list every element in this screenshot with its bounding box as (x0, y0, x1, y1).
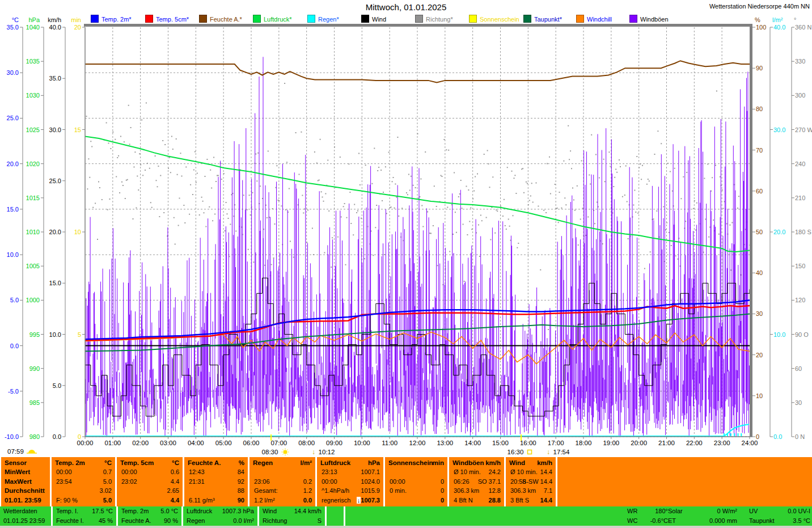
axis-label: 15.0 (7, 206, 19, 213)
axis-label: 30.0 (49, 126, 61, 133)
axis-label: 1040 (26, 24, 40, 31)
cell-time: 23:13 (322, 467, 337, 476)
table-cell-row: 00:000.6 (117, 467, 183, 476)
column-title: Regen (253, 458, 273, 467)
table-column-regen: Regenl/m²23:060.2Gesamt:1.21.2 l/m²0.0 (249, 457, 315, 506)
table-cell-row: 4.4 (117, 496, 183, 505)
table-cell-row: 23:024.4 (117, 477, 183, 486)
axis-label: 40.0 (773, 24, 785, 31)
cell-time: regnerisch (322, 496, 350, 505)
axis-label: 15 (74, 126, 81, 133)
table-column-header: Regenl/m² (249, 458, 315, 467)
axis-label: -5.0 (8, 388, 19, 395)
cell-time: ^1.4hPa/h (322, 486, 349, 495)
axis-label: 990 (29, 365, 40, 372)
sun-rise-icon (28, 450, 35, 453)
sun-icon-ray (282, 454, 283, 454)
axis-label: 10 (756, 392, 763, 399)
axis-unit-header: °C (12, 16, 19, 23)
axis-label: 330 (795, 58, 805, 65)
footer-value: 1007.3 hPa (222, 506, 254, 516)
x-axis-label: 10:00 (354, 440, 370, 446)
column-unit: km/h (485, 458, 501, 467)
table-cell-row: Ø 10 min.24.2 (449, 467, 504, 476)
footer-value: 0.0 UV-I (788, 506, 810, 516)
cell-time: 23:54 (56, 477, 72, 486)
arrow-down-icon: ↓ (312, 448, 315, 456)
footer-label: Solar (668, 506, 683, 516)
table-cell-row: regnerisch↓1007.3 (317, 496, 383, 505)
time-annotation: 08:30 (262, 449, 278, 455)
axis-label: 60 (795, 365, 802, 372)
column-title: Temp. 2m (55, 458, 85, 467)
sunrise-time: 07:59 (7, 448, 24, 455)
cell-value: 7.1 (544, 486, 552, 495)
footer-row: Wind14.4 km/h (259, 506, 325, 516)
x-axis-label: 06:00 (243, 440, 260, 446)
footer-row: Temp. I.17.5 °C (53, 506, 116, 516)
footer-value: -0.6°C (650, 516, 668, 526)
cell-value: 0 (441, 477, 444, 486)
footer-label: Wind (263, 506, 277, 516)
table-column-header: Windkm/h (506, 458, 556, 467)
cell-value: 0.0 (303, 496, 312, 505)
axis-label: 10.0 (49, 331, 61, 338)
x-axis-label: 02:00 (132, 440, 149, 446)
footer-value: S (318, 516, 322, 526)
axis-label: 35.0 (49, 75, 61, 82)
cell-value: ↓1007.3 (357, 496, 380, 505)
axis-label: 1030 (26, 92, 40, 99)
column-unit: l/m² (301, 458, 312, 467)
footer-row: ET0.000 mm (668, 516, 737, 526)
footer-right-group-0: WR180°WC-0.6°C (627, 506, 668, 526)
cell-value: 12.8 (489, 486, 501, 495)
table-column-sensor: SensorMinWertMaxWertDurchschnitt01.01. 2… (1, 457, 50, 506)
x-axis-label: 11:00 (382, 440, 397, 446)
axis-label: 20.0 (773, 229, 785, 235)
x-axis-label: 05:00 (215, 440, 232, 446)
table-column-header: LuftdruckhPa (317, 458, 383, 467)
cell-time: 23:06 (254, 477, 270, 486)
footer-row: UV0.0 UV-I (749, 506, 810, 516)
table-cell-row: 00:000.7 (52, 467, 115, 476)
footer-label: UV (749, 506, 758, 516)
axis-label: 30 (795, 399, 802, 406)
x-axis-label: 08:00 (298, 440, 315, 446)
x-axis-label: 23:00 (714, 440, 730, 446)
x-axis-label: 15:00 (492, 440, 509, 446)
footer-value: 45 % (99, 516, 113, 526)
panel-divider (344, 506, 345, 526)
cell-value: SO 37.1 (478, 477, 501, 486)
footer-label: Luftdruck (187, 506, 212, 516)
footer-panel-0: Wetterdaten01.01.25 23:59 (0, 506, 51, 526)
axis-label: 30 (756, 310, 763, 317)
x-axis-label: 21:00 (658, 440, 675, 446)
footer-label: Temp. 2m (121, 506, 149, 516)
axis-label: 15.0 (49, 280, 61, 286)
table-row-label: MinWert (1, 467, 50, 476)
footer-row: WC-0.6°C (627, 516, 668, 526)
window-bottom-edge (0, 526, 812, 528)
x-axis-label: 00:00 (77, 440, 94, 446)
cell-value: 0 (441, 486, 444, 495)
x-axis-label: 13:00 (437, 440, 453, 446)
axis-label: 10 (74, 229, 81, 235)
table-column-header: Windböenkm/h (449, 458, 504, 467)
x-axis-label: 09:00 (326, 440, 342, 446)
cell-time: 00:00 (390, 477, 405, 486)
cell-time: 00:00 (121, 467, 137, 476)
column-unit: min (433, 458, 444, 467)
axis-label: 10.0 (773, 331, 785, 338)
footer-value: 0.0 l/m² (233, 516, 254, 526)
table-column-temp-5cm: Temp. 5cm°C00:000.623:024.42.654.4 (117, 457, 183, 506)
chart-frame-top (84, 24, 752, 27)
footer-right-group-2: UV0.0 UV-ITaupunkt3.5 °C (749, 506, 810, 526)
axis-label: 985 (29, 399, 40, 406)
column-title: Sonnenschein (388, 458, 433, 467)
table-cell-row: Gesamt:1.2 (249, 486, 315, 495)
axis-label: 210 (795, 195, 805, 201)
table-cell-row: 6.11 g/m³90 (184, 496, 248, 505)
footer-value: 0 W/m² (717, 506, 737, 516)
axis-label: 80 (756, 105, 763, 112)
footer-label: Taupunkt (749, 516, 775, 526)
